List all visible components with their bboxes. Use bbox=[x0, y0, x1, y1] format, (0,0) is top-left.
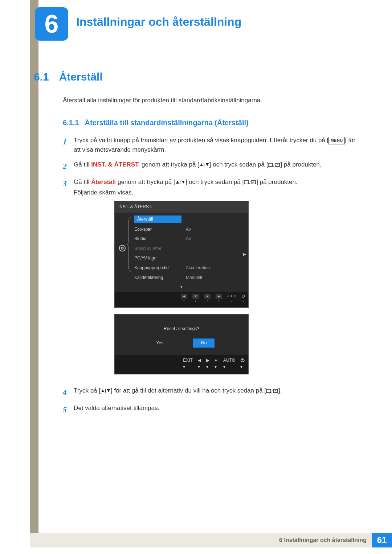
step-number: 5 bbox=[63, 403, 74, 416]
osd-footer-buttons: ◀▾ ▼▾ ▲▾ ▶▾ AUTO▾ ⏻▾ bbox=[115, 292, 248, 307]
steps-list: 1 Tryck på valfri knapp på framsidan av … bbox=[63, 136, 357, 416]
section-title-text: Återställ bbox=[59, 71, 103, 83]
svg-marker-0 bbox=[200, 163, 203, 166]
osd-row-label: Eco-spar bbox=[134, 226, 181, 233]
step-2: 2 Gå till INST. & ÅTERST. genom att tryc… bbox=[63, 160, 357, 172]
svg-text:/: / bbox=[249, 180, 251, 185]
svg-marker-6 bbox=[176, 181, 179, 184]
svg-rect-17 bbox=[266, 389, 271, 393]
exit-label: EXIT▾ bbox=[183, 357, 193, 370]
osd-row: Sluttid:Av bbox=[134, 234, 245, 244]
osd-row-label: Återställ bbox=[134, 216, 181, 223]
step-3: 3 Gå till Återställ genom att trycka på … bbox=[63, 177, 357, 381]
svg-marker-2 bbox=[206, 163, 209, 166]
step-number: 1 bbox=[63, 136, 74, 155]
nav-left-icon: ◀▾ bbox=[198, 357, 201, 370]
confirm-question: Reset all settings? bbox=[115, 323, 248, 339]
page-number: 61 bbox=[372, 533, 392, 547]
osd-row: Knappupprepn.tid:Acceleration bbox=[134, 263, 245, 273]
step-body: Gå till INST. & ÅTERST. genom att trycka… bbox=[74, 160, 357, 172]
svg-text:/: / bbox=[271, 389, 273, 393]
step-body: Tryck på valfri knapp på framsidan av pr… bbox=[74, 136, 357, 155]
up-down-triangle-icon bbox=[101, 389, 111, 393]
chapter-title: Inställningar och återställning bbox=[76, 15, 241, 29]
section-heading: 6.1Återställ bbox=[34, 71, 357, 83]
nav-left-icon: ◀▾ bbox=[181, 294, 187, 303]
step-body: Det valda alternativet tillämpas. bbox=[74, 403, 357, 416]
subsection-number: 6.1.1 bbox=[63, 119, 79, 127]
osd-row: PC/AV-läge bbox=[134, 253, 245, 263]
nav-right-icon: ▶▾ bbox=[216, 294, 222, 303]
yes-button: Yes bbox=[148, 338, 172, 348]
osd-row-label: PC/AV-läge bbox=[134, 255, 181, 262]
osd-menu-screenshot: INST. & ÅTERST. ÅterställEco-spar:AvSlut… bbox=[114, 201, 249, 307]
up-down-triangle-icon bbox=[199, 163, 209, 167]
step-4: 4 Tryck på [] för att gå till det altern… bbox=[63, 386, 357, 398]
svg-marker-8 bbox=[182, 181, 185, 184]
svg-rect-7 bbox=[180, 180, 180, 184]
svg-rect-1 bbox=[204, 163, 204, 167]
osd-row-value: Av bbox=[186, 235, 191, 242]
osd-row: Eco-spar:Av bbox=[134, 225, 245, 234]
source-enter-icon: / bbox=[244, 178, 256, 188]
nav-up-icon: ▲▾ bbox=[204, 294, 211, 303]
svg-marker-16 bbox=[107, 389, 110, 392]
auto-button-label: AUTO▾ bbox=[227, 294, 236, 304]
osd-confirm-footer: EXIT▾ ◀▾ ▶▾ ↵▾ AUTO▾ ⏻▾ bbox=[115, 355, 248, 374]
step-5: 5 Det valda alternativet tillämpas. bbox=[63, 403, 357, 416]
osd-row-label: Sluttid bbox=[134, 235, 181, 242]
svg-point-13 bbox=[121, 247, 123, 249]
menu-key-icon: MENU bbox=[328, 137, 344, 144]
section-number: 6.1 bbox=[34, 71, 49, 83]
step-body: Gå till Återställ genom att trycka på []… bbox=[74, 177, 357, 381]
osd-row-label: Källdetektering bbox=[134, 274, 181, 281]
nav-down-icon: ▼▾ bbox=[192, 294, 199, 303]
osd-item-list: ÅterställEco-spar:AvSluttid:AvStäng av e… bbox=[130, 213, 248, 284]
subsection-heading: 6.1.1Återställa till standardinställning… bbox=[63, 119, 357, 127]
osd-row-value: Manuellt bbox=[186, 274, 202, 281]
step-1: 1 Tryck på valfri knapp på framsidan av … bbox=[63, 136, 357, 155]
bracket-decoration bbox=[127, 216, 133, 274]
right-arrow-icon: ▶ bbox=[243, 251, 246, 257]
osd-row: Stäng av efter bbox=[134, 244, 245, 254]
colon: : bbox=[181, 274, 186, 281]
osd-row: Återställ bbox=[134, 214, 245, 225]
scroll-down-indicator: ▼ bbox=[115, 284, 248, 292]
source-enter-icon: / bbox=[266, 387, 278, 397]
osd-confirm-dialog: Reset all settings? Yes No EXIT▾ ◀▾ ▶▾ ↵… bbox=[114, 314, 249, 374]
svg-rect-9 bbox=[244, 181, 249, 184]
nav-right-icon: ▶▾ bbox=[206, 357, 209, 370]
colon: : bbox=[181, 264, 186, 271]
section-intro: Återställ alla inställningar för produkt… bbox=[63, 97, 357, 104]
svg-text:/: / bbox=[273, 163, 275, 167]
svg-marker-14 bbox=[101, 389, 104, 392]
osd-row-value: Av bbox=[186, 226, 191, 233]
no-button: No bbox=[193, 338, 215, 348]
osd-row-label: Knappupprepn.tid bbox=[134, 264, 181, 271]
gear-icon bbox=[118, 244, 126, 252]
enter-icon: ↵▾ bbox=[215, 357, 218, 370]
osd-row: Källdetektering:Manuellt bbox=[134, 273, 245, 283]
osd-row-label: Stäng av efter bbox=[134, 245, 181, 252]
osd-category-icon-area bbox=[115, 213, 130, 284]
svg-point-12 bbox=[119, 245, 126, 251]
chapter-number-badge: 6 bbox=[35, 7, 68, 41]
svg-rect-15 bbox=[105, 389, 106, 393]
osd-row-value: Acceleration bbox=[186, 264, 210, 271]
step-number: 2 bbox=[63, 160, 74, 172]
page-footer: 6 Inställningar och återställning 61 bbox=[30, 533, 392, 547]
up-down-triangle-icon bbox=[175, 180, 185, 184]
source-enter-icon: / bbox=[268, 161, 280, 171]
footer-chapter-label: 6 Inställningar och återställning bbox=[30, 533, 372, 547]
step-body: Tryck på [] för att gå till det alternat… bbox=[74, 386, 357, 398]
subsection-title-text: Återställa till standardinställningarna … bbox=[85, 119, 248, 127]
step-number: 3 bbox=[63, 177, 74, 381]
power-icon: ⏻▾ bbox=[240, 357, 245, 370]
step-number: 4 bbox=[63, 386, 74, 398]
colon: : bbox=[181, 226, 186, 233]
colon: : bbox=[181, 235, 186, 242]
osd-header: INST. & ÅTERST. bbox=[115, 201, 248, 213]
power-icon: ⏻▾ bbox=[241, 294, 245, 304]
svg-rect-3 bbox=[268, 163, 273, 167]
auto-button-label: AUTO▾ bbox=[223, 357, 235, 370]
